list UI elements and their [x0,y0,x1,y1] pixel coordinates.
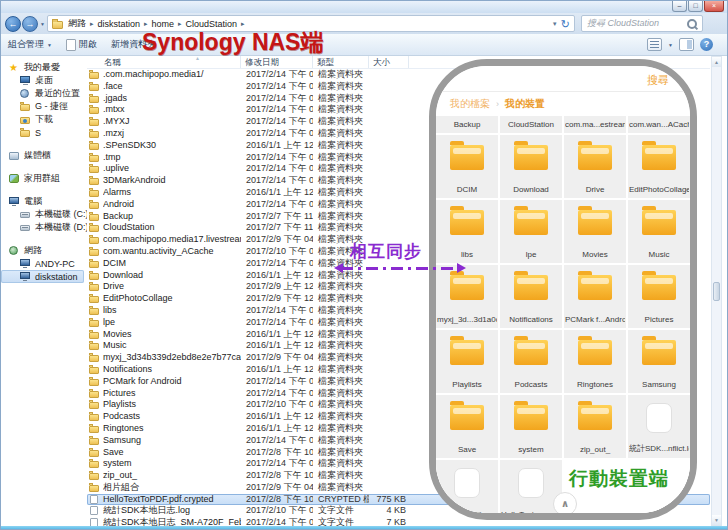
sidebar-item[interactable]: 電腦 [1,195,87,208]
sidebar-item[interactable]: ANDY-PC [1,257,87,270]
file-type: 檔案資料夾 [313,187,369,199]
sidebar-item[interactable]: 網路 [1,244,87,257]
preview-pane-icon[interactable] [679,38,694,51]
item-label: lpe [501,250,561,259]
item-label: EditPhotoCollage [629,185,689,194]
phone-grid-item[interactable]: libs [436,200,498,263]
phone-grid-item[interactable]: zip_out_ [564,395,626,458]
phone-grid-item[interactable]: Download [500,135,562,198]
file-type-icon [87,423,103,434]
phone-grid-item[interactable]: Backup [436,116,498,133]
item-label: libs [437,250,497,259]
phone-grid-item[interactable]: CloudStation [500,116,562,133]
phone-grid-item[interactable]: Music [628,200,690,263]
phone-grid-item[interactable]: com.ma...estream [564,116,626,133]
file-type-icon [87,458,103,469]
back-button[interactable]: ← [5,16,21,32]
phone-grid-item[interactable]: Save [436,395,498,458]
view-dropdown-icon[interactable]: ▼ [668,42,673,48]
scroll-up-icon[interactable]: ▲ [712,57,721,67]
file-type-icon [87,69,103,80]
phone-search-button[interactable]: 搜尋 [647,73,669,88]
phone-breadcrumb-my-files[interactable]: 我的檔案 [450,97,490,111]
sidebar-item-icon [20,88,32,99]
sidebar-item[interactable]: 我的最愛 [1,61,87,74]
item-icon [450,340,484,365]
phone-grid-item[interactable]: Playlists [436,330,498,393]
breadcrumb-network[interactable]: 網路 [65,17,89,30]
item-label: myxj_3d...3d1a0cb [437,315,497,324]
column-header-size[interactable]: 大小 [369,56,409,68]
sidebar-item[interactable]: 家用群組 [1,172,87,185]
phone-grid-item[interactable]: Movies [564,200,626,263]
sidebar-item[interactable]: 本機磁碟 (C:) [1,208,87,221]
file-size [369,423,409,435]
sidebar-item[interactable]: G - 捷徑 [1,100,87,113]
file-size: 7 KB [369,517,409,526]
phone-grid-item[interactable]: com.wan...ACache [628,116,690,133]
phone-grid-item[interactable]: EditPhotoCollage [628,135,690,198]
phone-grid-item[interactable]: Pictures [628,265,690,328]
navigation-pane: 我的最愛 桌面 最近的位置 G - 捷徑 下載 S 媒體櫃 家用群組 電腦 [1,56,87,526]
help-icon[interactable]: ? [700,38,713,51]
sidebar-item-icon [20,209,32,220]
file-type: 檔案資料夾 [313,329,369,341]
nav-history-caret-icon[interactable]: ▼ [40,21,45,27]
close-button[interactable]: × [704,1,724,12]
sidebar-item-icon [20,222,32,233]
file-size [369,482,409,494]
file-date: 2017/2/10 下午 0... [241,399,313,411]
search-input[interactable]: 搜尋 CloudStation [581,15,703,32]
phone-grid-item[interactable]: system [500,395,562,458]
scrollbar-thumb[interactable] [713,282,720,301]
file-type-icon [87,399,103,410]
file-type-icon [87,211,103,222]
phone-grid-item[interactable]: Drive [564,135,626,198]
chevron-up-icon[interactable]: ∧ [553,492,577,513]
breadcrumb-diskstation[interactable]: diskstation [94,19,143,29]
file-type-icon [87,329,103,340]
phone-grid-item[interactable]: DCIM [436,135,498,198]
maximize-button[interactable]: □ [688,1,703,12]
sidebar-item[interactable]: 下載 [1,113,87,126]
file-type: 檔案資料夾 [313,388,369,400]
vertical-scrollbar[interactable]: ▲ ▼ [711,56,722,526]
address-dropdown-icon[interactable]: ▼ [552,21,558,27]
file-type-icon [87,435,103,446]
phone-breadcrumb-my-device[interactable]: 我的裝置 [505,97,545,111]
file-type: 檔案資料夾 [313,435,369,447]
minimize-button[interactable]: – [672,1,687,12]
sidebar-item[interactable]: 本機磁碟 (D:) [1,221,87,234]
file-size [369,104,409,116]
file-type: 檔案資料夾 [313,163,369,175]
forward-button[interactable]: → [22,16,38,32]
phone-grid-item[interactable]: Samsung [628,330,690,393]
refresh-icon[interactable]: ↻ [561,19,570,29]
scroll-down-icon[interactable]: ▼ [712,515,721,525]
file-date: 2017/2/14 下午 0... [241,258,313,270]
phone-grid-item[interactable]: Notifications [500,265,562,328]
phone-grid-item[interactable]: 統計SDK...nflict.log [628,395,690,458]
file-size [369,175,409,187]
item-label: Music [629,250,689,259]
phone-grid-item[interactable]: PCMark f...Android [564,265,626,328]
file-date: 2017/2/8 下午 10... [241,470,313,482]
sidebar-item[interactable]: diskstation [1,270,84,283]
file-type-icon [87,163,103,174]
nas-side-annotation: Synology NAS端 [142,27,323,58]
phone-grid-item[interactable]: lpe [500,200,562,263]
open-button[interactable]: 開啟 [59,34,104,55]
change-view-icon[interactable] [647,38,662,51]
file-type: 檔案資料夾 [313,293,369,305]
item-icon [454,468,480,498]
sidebar-item[interactable]: 最近的位置 [1,87,87,100]
sidebar-item[interactable]: 桌面 [1,74,87,87]
sidebar-item[interactable]: S [1,126,87,139]
file-date: 2017/2/7 下午 11... [241,211,313,223]
phone-grid-item[interactable]: myxj_3d...3d1a0cb [436,265,498,328]
phone-grid-item[interactable]: Podcasts [500,330,562,393]
sidebar-item-icon [20,127,32,138]
organize-button[interactable]: 組合管理 ▼ [1,34,59,55]
sidebar-item[interactable]: 媒體櫃 [1,149,87,162]
phone-grid-item[interactable]: Ringtones [564,330,626,393]
